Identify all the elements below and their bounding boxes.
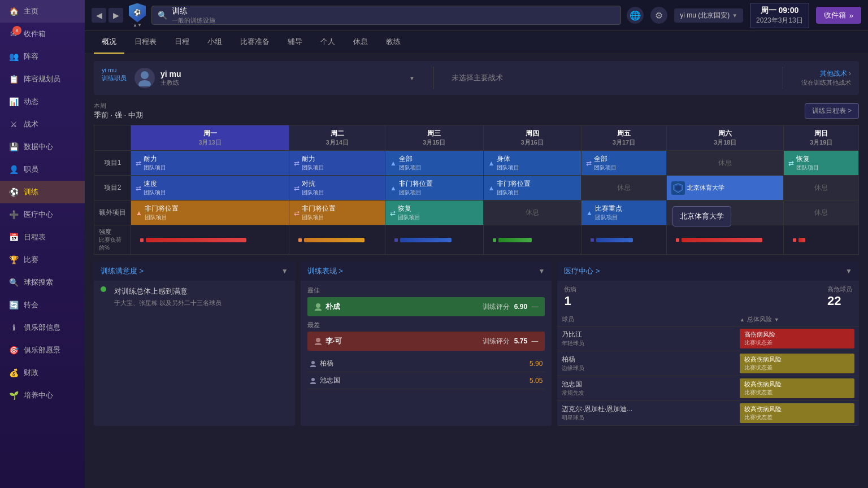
performance-panel: 训练表现 > ▼ 最佳 朴成 [301,262,552,426]
cell-3-thu[interactable]: 休息 [483,201,581,225]
user-info[interactable]: yi mu (北京国安) ▼ [674,8,743,23]
day-header-thu: 周四 3月16日 [484,125,581,150]
staff-icon: 👤 [8,164,19,175]
med-row-3[interactable]: 迈克尔·恩加杜·恩加迪... 明星球员 较高伤病风险 比赛状态差 [557,401,859,426]
cell-2-tue[interactable]: ⇄ 对抗 团队项目 [289,176,385,201]
cell-1-wed[interactable]: ▲ 全部 团队项目 [385,151,483,176]
sidebar-item-medical[interactable]: ➕ 医疗中心 [0,203,85,226]
sidebar-item-squad[interactable]: 👥 阵容 [0,45,85,68]
sidebar-item-home[interactable]: 🏠 主页 [0,0,85,23]
sidebar-item-vision[interactable]: 🎯 俱乐部愿景 [0,339,85,361]
cell-1-tue[interactable]: ⇄ 耐力 团队项目 [289,151,385,176]
cell-3-sat[interactable]: 休息 [667,201,784,225]
cell-3-mon[interactable]: ▲ 非门将位置 团队项目 [131,201,289,225]
chevron-down-icon: ▼ [539,267,545,275]
search-subtitle: 一般的训练设施 [172,16,215,25]
sidebar-item-scout[interactable]: 🔍 球探搜索 [0,271,85,294]
tab-group[interactable]: 小组 [199,31,230,54]
sidebar-item-club-info[interactable]: ℹ 俱乐部信息 [0,316,85,339]
cell-3-tue[interactable]: ⇄ 非门将位置 团队项目 [289,201,385,225]
transfer-icon: 🔄 [8,299,19,311]
sidebar-item-dynamics[interactable]: 📊 动态 [0,90,85,113]
medical-panel: 医疗中心 > ▼ 伤病 1 高危球员 22 球员 [557,262,859,426]
tabs-bar: 概况 日程表 日程 小组 比赛准备 辅导 个人 休息 教练 [85,31,868,54]
nav-back-button[interactable]: ◀ [92,8,106,23]
bottom-panels: 训练满意度 > ▼ 对训练总体上感到满意 于大宝、张星栋 以及另外二十三名球员 [94,262,859,426]
search-bar[interactable]: 🔍 训练 一般的训练设施 [151,6,621,25]
other-player-1[interactable]: 池忠国 5.05 [307,372,545,389]
satisfaction-panel-header[interactable]: 训练满意度 > ▼ [94,262,295,281]
med-row-2[interactable]: 池忠国 常规先发 较高伤病风险 比赛状态差 [557,376,859,401]
cell-1-thu[interactable]: ▲ 身体 团队项目 [483,151,581,176]
row-label-1: 项目1 [94,151,131,176]
chevron-down-icon: ▼ [281,267,288,275]
cell-2-sun[interactable]: 休息 [784,176,859,201]
sidebar-item-academy[interactable]: 🌱 培养中心 [0,384,85,407]
med-row-1[interactable]: 柏杨 边缘球员 较高伤病风险 比赛状态差 [557,351,859,376]
medical-panel-header[interactable]: 医疗中心 > ▼ [557,262,859,281]
schedule-button[interactable]: 训练日程表 > [805,103,859,119]
cell-2-fri[interactable]: 休息 [581,176,667,201]
intensity-sublabel: 比赛负荷的% [99,236,126,252]
nav-forward-button[interactable]: ▶ [108,8,123,23]
day-header-fri: 周五 3月17日 [581,125,666,150]
sidebar-item-match[interactable]: 🏆 比赛 [0,249,85,271]
inbox-button[interactable]: 收件箱 » [816,7,861,24]
gear-button[interactable]: ⚙ [650,7,667,24]
sidebar-item-tactics[interactable]: ⚔ 战术 [0,113,85,136]
nav-arrows: ◀ ▶ [92,8,123,23]
sidebar-item-transfer[interactable]: 🔄 转会 [0,294,85,316]
cell-1-mon[interactable]: ⇄ 耐力 团队项目 [131,151,289,176]
cell-1-fri[interactable]: ⇄ 全部 团队项目 [581,151,667,176]
sidebar-item-squad-planner[interactable]: 📋 阵容规划员 [0,68,85,90]
cell-2-thu[interactable]: ▲ 非门将位置 团队项目 [483,176,581,201]
svg-point-6 [316,338,320,342]
planner-icon: 📋 [8,73,19,85]
medical-icon: ➕ [8,209,19,220]
med-row-0[interactable]: 乃比江 年轻球员 高伤病风险 比赛状态差 [557,326,859,351]
svg-point-0 [141,71,149,79]
cell-2-sat[interactable]: 北京体育大学 北京体育大学 [667,176,784,201]
tab-personal[interactable]: 个人 [313,31,343,54]
best-card[interactable]: 朴成 训练评分 6.90 — [307,297,545,316]
inbox-arrow-icon: » [849,11,853,20]
search-title: 训练 [172,6,215,16]
cell-3-sun[interactable]: 休息 [784,201,859,225]
sidebar-item-staff[interactable]: 👤 职员 [0,158,85,181]
svg-point-11 [310,382,316,384]
cell-1-sat[interactable]: 休息 [667,151,784,176]
performance-panel-header[interactable]: 训练表现 > ▼ [301,262,552,281]
sidebar-item-finance[interactable]: 💰 财政 [0,361,85,384]
day-header-sat: 周六 3月18日 [667,125,783,150]
cell-2-mon[interactable]: ⇄ 速度 团队项目 [131,176,289,201]
cell-1-sun[interactable]: ⇄ 恢复 团队项目 [784,151,859,176]
cell-3-wed[interactable]: ⇄ 恢复 团队项目 [385,201,483,225]
sidebar-item-data[interactable]: 💾 数据中心 [0,136,85,158]
cell-3-fri[interactable]: ▲ 比赛重点 团队项目 [581,201,667,225]
sidebar-item-training[interactable]: ⚽ 训练 [0,181,85,203]
tab-schedule[interactable]: 日程 [167,31,197,54]
sidebar-item-inbox[interactable]: ✉ 收件箱 8 [0,23,85,45]
search-icon: 🔍 [158,11,167,20]
svg-point-7 [315,343,322,345]
other-player-0[interactable]: 柏杨 5.90 [307,355,545,372]
chevron-down-icon: ▼ [732,12,737,19]
datetime-box: 周一 09:00 2023年3月13日 [750,3,809,28]
globe-button[interactable]: 🌐 [627,7,644,24]
best-section: 最佳 朴成 训练评分 6.90 [307,286,545,316]
satisfaction-panel: 训练满意度 > ▼ 对训练总体上感到满意 于大宝、张星栋 以及另外二十三名球员 [94,262,295,426]
tab-overview[interactable]: 概况 [94,31,124,54]
training-grid: 周一 3月13日 周二 3月14日 周三 3月15日 [94,125,859,255]
tab-match-prep[interactable]: 比赛准备 [232,31,277,54]
worst-card[interactable]: 李·可 训练评分 5.75 — [307,332,545,351]
tab-schedule-table[interactable]: 日程表 [127,31,164,54]
sidebar-item-schedule[interactable]: 📅 日程表 [0,226,85,249]
other-tactics-link[interactable]: 其他战术 [820,69,847,77]
cell-2-wed[interactable]: ▲ 非门将位置 团队项目 [385,176,483,201]
performance-panel-body: 最佳 朴成 训练评分 6.90 [301,281,552,395]
svg-point-4 [316,303,320,308]
staff-dropdown-icon[interactable]: ▼ [409,75,415,81]
tab-coaching[interactable]: 辅导 [280,31,310,54]
tab-trainer[interactable]: 教练 [378,31,409,54]
tab-rest[interactable]: 休息 [345,31,376,54]
